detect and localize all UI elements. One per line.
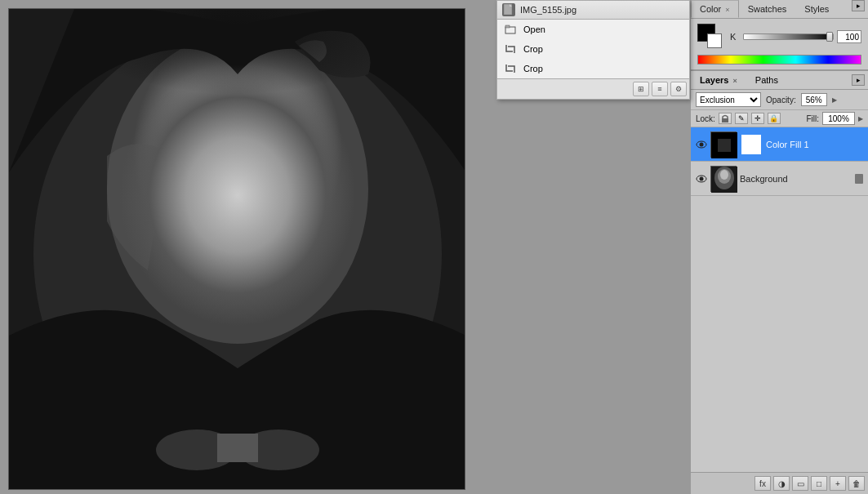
layer-row-background[interactable]: Background — [691, 162, 868, 196]
fill-label: Fill: — [806, 114, 819, 123]
mask-button[interactable]: ▭ — [792, 476, 808, 491]
image-container — [8, 8, 465, 490]
fill-arrow[interactable]: ▶ — [858, 115, 863, 122]
opacity-arrow[interactable]: ▶ — [832, 96, 837, 104]
list-view-btn[interactable]: ≡ — [652, 82, 668, 96]
svg-point-15 — [700, 176, 704, 180]
opacity-label: Opacity: — [766, 96, 796, 105]
k-slider-row: K 100 — [730, 30, 861, 43]
new-layer-button[interactable]: + — [830, 476, 846, 491]
lock-pixels-btn[interactable]: ✎ — [735, 113, 748, 124]
open-label: Open — [523, 24, 545, 34]
layers-lock-row: Lock: ✎ ✛ 🔒 Fill: 100% ▶ — [691, 110, 868, 127]
k-slider-track[interactable] — [743, 33, 834, 40]
dropdown-title: IMG_5155.jpg — [520, 5, 576, 15]
swatch-container — [697, 24, 727, 50]
blend-mode-select[interactable]: Exclusion — [696, 92, 761, 107]
layer-row-color-fill[interactable]: Color Fill 1 — [691, 127, 868, 162]
crop-icon — [504, 42, 517, 56]
layers-panel: Layers × Paths ▸ Exclusion Opacity: 56% … — [691, 71, 868, 494]
lock-all-btn[interactable]: 🔒 — [768, 113, 781, 124]
background-swatch[interactable] — [707, 33, 722, 48]
layers-panel-tabs: Layers × Paths ▸ — [691, 71, 868, 90]
dropdown-title-bar: IMG_5155.jpg — [497, 1, 689, 20]
open-menu-item[interactable]: Open — [497, 20, 689, 39]
layers-bottom: fx ◑ ▭ □ + 🗑 — [691, 472, 868, 494]
fx-button[interactable]: fx — [754, 476, 771, 491]
lock-label: Lock: — [696, 114, 715, 123]
color-fill-layer-name: Color Fill 1 — [766, 140, 863, 149]
k-value[interactable]: 100 — [837, 30, 861, 43]
k-slider-thumb[interactable] — [826, 32, 833, 42]
delete-layer-button[interactable]: 🗑 — [848, 476, 865, 491]
background-layer-name: Background — [740, 174, 852, 184]
color-spectrum[interactable] — [697, 55, 861, 65]
svg-rect-8 — [505, 25, 510, 28]
opacity-value[interactable]: 56% — [801, 93, 827, 106]
svg-point-19 — [720, 170, 728, 180]
svg-rect-9 — [722, 118, 728, 122]
tab-swatches[interactable]: Swatches — [739, 0, 796, 18]
photo-bw — [9, 9, 465, 489]
tab-styles[interactable]: Styles — [795, 0, 838, 18]
dropdown-menu: IMG_5155.jpg Open Crop Crop ⊞ — [496, 0, 690, 100]
layers-list: Color Fill 1 — [691, 127, 868, 472]
crop-menu-item-2[interactable]: Crop — [497, 59, 689, 78]
crop-icon-2 — [504, 62, 517, 75]
svg-point-2 — [107, 33, 368, 344]
adjust-button[interactable]: ◑ — [773, 476, 790, 491]
fill-value[interactable]: 100% — [822, 112, 855, 125]
color-panel-options[interactable]: ▸ — [852, 0, 865, 11]
color-fill-thumbnail — [710, 131, 737, 158]
tab-layers[interactable]: Layers × — [691, 71, 746, 89]
background-lock-icon — [855, 174, 863, 184]
tab-color[interactable]: Color × — [691, 0, 739, 18]
layers-tab-close[interactable]: × — [733, 77, 737, 85]
settings-btn[interactable]: ⚙ — [670, 82, 687, 96]
svg-point-11 — [700, 142, 704, 146]
svg-rect-5 — [217, 434, 258, 462]
crop-label-1: Crop — [523, 44, 543, 54]
k-label: K — [730, 32, 740, 42]
layers-panel-options[interactable]: ▸ — [852, 74, 865, 86]
layers-toolbar: Exclusion Opacity: 56% ▶ — [691, 90, 868, 110]
crop-menu-item-1[interactable]: Crop — [497, 39, 689, 59]
layer-eye-color-fill[interactable] — [696, 139, 707, 150]
open-icon — [504, 23, 517, 36]
tab-paths[interactable]: Paths — [746, 71, 787, 89]
grid-view-btn[interactable]: ⊞ — [633, 82, 649, 96]
background-thumbnail — [710, 166, 737, 192]
lock-position-btn[interactable]: ✛ — [751, 113, 764, 124]
group-button[interactable]: □ — [811, 476, 827, 491]
layer-eye-background[interactable] — [696, 173, 707, 185]
file-icon — [502, 3, 515, 16]
color-tab-close[interactable]: × — [725, 6, 729, 14]
crop-label-2: Crop — [523, 64, 543, 73]
color-panel: Color × Swatches Styles ▸ K — [691, 0, 868, 71]
color-fill-mask — [740, 133, 763, 156]
lock-transparent-btn[interactable] — [719, 113, 732, 124]
dropdown-bottom-bar: ⊞ ≡ ⚙ — [497, 78, 689, 99]
color-panel-tabs: Color × Swatches Styles ▸ — [691, 0, 868, 19]
svg-rect-13 — [718, 139, 731, 152]
color-controls: K 100 — [691, 19, 868, 69]
right-panel: Color × Swatches Styles ▸ K — [690, 0, 868, 494]
color-swatches-row: K 100 — [697, 24, 861, 50]
svg-rect-20 — [856, 178, 862, 184]
